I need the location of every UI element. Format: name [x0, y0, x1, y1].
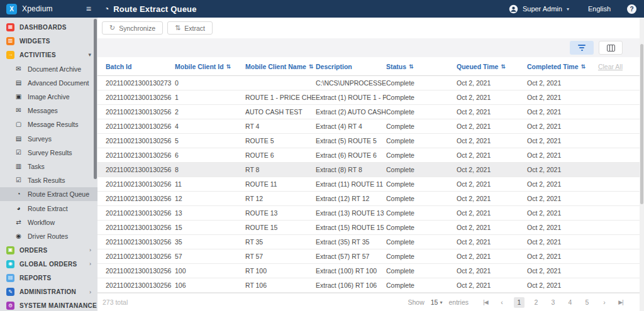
table-row[interactable]: 202110021300130256 1 ROUTE 1 - PRICE CHE…	[97, 90, 644, 105]
synchronize-button[interactable]: ↻ Synchronize	[102, 21, 163, 35]
sidebar-item-label: Tasks	[28, 163, 45, 170]
cell-description: Extract (100) RT 100	[316, 267, 386, 275]
pager: |◀ ‹ 12345 › ▶|	[481, 297, 625, 308]
table-row[interactable]: 202110021300130256 11 ROUTE 11 Extract (…	[97, 177, 644, 192]
table-row[interactable]: 202110021300130256 5 ROUTE 5 Extract (5)…	[97, 134, 644, 148]
language-selector[interactable]: English	[588, 5, 611, 13]
table-row[interactable]: 202110021300130256 6 ROUTE 6 Extract (6)…	[97, 148, 644, 163]
cell-mobile-client-id: 0	[175, 79, 245, 87]
cell-status: Complete	[386, 267, 457, 275]
columns-button[interactable]	[599, 41, 623, 55]
page-button-3[interactable]: 3	[548, 297, 558, 308]
sort-icon[interactable]: ⇅	[581, 63, 586, 70]
sidebar-item-global-orders[interactable]: ◉ GLOBAL ORDERS ›	[0, 257, 97, 271]
cell-batch-id: 202110021300130256	[106, 137, 175, 145]
table-row[interactable]: 202110021300130256 57 RT 57 Extract (57)…	[97, 249, 644, 264]
cell-status: Complete	[386, 137, 457, 145]
cell-mobile-client-name: ROUTE 6	[245, 151, 316, 159]
sidebar-item-system-maintanance[interactable]: ⚙ SYSTEM MAINTANANCE ›	[0, 299, 97, 311]
sidebar-item-survey-results[interactable]: ☑ Survey Results	[0, 146, 97, 160]
sidebar-item-tasks[interactable]: ▥ Tasks	[0, 160, 97, 173]
sidebar-item-driver-routes[interactable]: ◉ Driver Routes	[0, 229, 97, 243]
task-results-icon: ☑	[14, 177, 23, 183]
table-row[interactable]: 202110021300130256 100 RT 100 Extract (1…	[97, 264, 644, 278]
first-page-button[interactable]: |◀	[481, 299, 490, 305]
sidebar-item-activities[interactable]: → ACTIVITIES ▾	[0, 48, 97, 62]
cell-mobile-client-name: RT 8	[245, 166, 316, 173]
cell-mobile-client-id: 8	[175, 166, 245, 173]
page-scrollbar-thumb[interactable]	[640, 44, 643, 204]
cell-status: Complete	[386, 224, 457, 231]
hamburger-menu-icon[interactable]: ≡	[86, 4, 91, 13]
page-size-select[interactable]: 15 ▾	[431, 298, 443, 306]
cell-description: Extract (12) RT 12	[316, 195, 386, 202]
cell-description: Extract (2) AUTO CASH T...	[316, 108, 386, 116]
last-page-button[interactable]: ▶|	[616, 299, 625, 305]
topbar-right: Super Admin ▾ English ?	[509, 4, 644, 14]
page-button-5[interactable]: 5	[582, 297, 592, 308]
sort-icon[interactable]: ⇅	[409, 63, 414, 70]
column-header-description: Description	[316, 63, 386, 70]
column-header-mobile-client-id[interactable]: Mobile Client Id⇅	[175, 63, 245, 70]
cell-batch-id: 202110021300130273	[106, 79, 175, 87]
table-row[interactable]: 202110021300130256 15 ROUTE 15 Extract (…	[97, 221, 644, 235]
sidebar-item-administration[interactable]: ✎ ADMINISTRATION ›	[0, 285, 97, 299]
sidebar-item-route-extract-queue[interactable]: ◔ Route Extract Queue	[0, 187, 97, 201]
page-scrollbar[interactable]	[640, 18, 644, 311]
clear-all-link[interactable]: Clear All	[597, 63, 644, 70]
table-row[interactable]: 202110021300130256 13 ROUTE 13 Extract (…	[97, 206, 644, 221]
next-page-button[interactable]: ›	[600, 298, 609, 306]
table-row[interactable]: 202110021300130256 35 RT 35 Extract (35)…	[97, 235, 644, 249]
column-header-queued-time[interactable]: Queued Time⇅	[457, 63, 527, 70]
sidebar-scrollbar[interactable]	[94, 19, 97, 179]
sidebar-item-image-archive[interactable]: ▣ Image Archive	[0, 90, 97, 104]
table-row[interactable]: 202110021300130273 0 C:\NCS\UNPROCESSEDC…	[97, 76, 644, 90]
sidebar-item-label: Image Archive	[28, 93, 70, 101]
cell-batch-id: 202110021300130256	[106, 151, 175, 159]
column-header-status[interactable]: Status⇅	[386, 63, 457, 70]
table-row[interactable]: 202110021300130256 12 RT 12 Extract (12)…	[97, 192, 644, 206]
page-button-2[interactable]: 2	[531, 297, 541, 308]
sidebar-item-orders[interactable]: ▣ ORDERS ›	[0, 243, 97, 257]
page-title-wrap: ◔ Route Extract Queue	[104, 4, 197, 14]
previous-page-button[interactable]: ‹	[497, 298, 506, 306]
column-header-mobile-client-name[interactable]: Mobile Client Name⇅	[245, 63, 316, 70]
help-icon[interactable]: ?	[627, 4, 636, 14]
sidebar-item-workflow[interactable]: ⇄ Workflow	[0, 216, 97, 229]
table-row[interactable]: 202110021300130256 2 AUTO CASH TEST Extr…	[97, 105, 644, 119]
column-label: Status	[386, 63, 406, 70]
extract-label: Extract	[184, 25, 205, 32]
cell-batch-id: 202110021300130256	[106, 253, 175, 260]
sidebar-item-widgets[interactable]: ▥ WIDGETS	[0, 34, 97, 48]
sidebar-item-document-archive[interactable]: ✉ Document Archive	[0, 62, 97, 76]
cell-mobile-client-id: 6	[175, 151, 245, 159]
user-menu[interactable]: Super Admin ▾	[509, 4, 569, 14]
extract-button[interactable]: ⇅ Extract	[167, 21, 213, 35]
sort-icon[interactable]: ⇅	[226, 63, 231, 70]
sort-icon[interactable]: ⇅	[309, 63, 314, 70]
table-row[interactable]: 202110021300130256 8 RT 8 Extract (8) RT…	[97, 163, 644, 177]
cell-batch-id: 202110021300130256	[106, 209, 175, 217]
sort-icon[interactable]: ⇅	[501, 63, 506, 70]
sidebar-item-reports[interactable]: ▤ REPORTS	[0, 271, 97, 285]
sidebar-item-dashboards[interactable]: ▦ DASHBOARDS	[0, 20, 97, 34]
column-label: Batch Id	[106, 63, 131, 70]
sidebar-item-message-results[interactable]: ▢ Message Results	[0, 117, 97, 131]
main-content: ↻ Synchronize ⇅ Extract Batch IdMobile C…	[97, 18, 644, 311]
cell-status: Complete	[386, 94, 457, 101]
sidebar-item-surveys[interactable]: ▤ Surveys	[0, 132, 97, 146]
cell-status: Complete	[386, 195, 457, 202]
filter-button[interactable]	[570, 41, 594, 55]
page-button-4[interactable]: 4	[565, 297, 575, 308]
activities-icon: →	[6, 51, 14, 59]
cell-description: Extract (11) ROUTE 11	[316, 180, 386, 188]
sidebar-item-messages[interactable]: ✉ Messages	[0, 104, 97, 117]
sidebar-item-advanced-document[interactable]: ▤ Advanced Document	[0, 76, 97, 90]
cell-queued-time: Oct 2, 2021	[457, 166, 527, 173]
sidebar-item-task-results[interactable]: ☑ Task Results	[0, 173, 97, 187]
sidebar-item-route-extract[interactable]: ◕ Route Extract	[0, 201, 97, 215]
column-header-completed-time[interactable]: Completed Time⇅	[527, 63, 597, 70]
table-row[interactable]: 202110021300130256 4 RT 4 Extract (4) RT…	[97, 119, 644, 134]
table-row[interactable]: 202110021300130256 106 RT 106 Extract (1…	[97, 278, 644, 293]
page-button-1[interactable]: 1	[514, 297, 525, 308]
